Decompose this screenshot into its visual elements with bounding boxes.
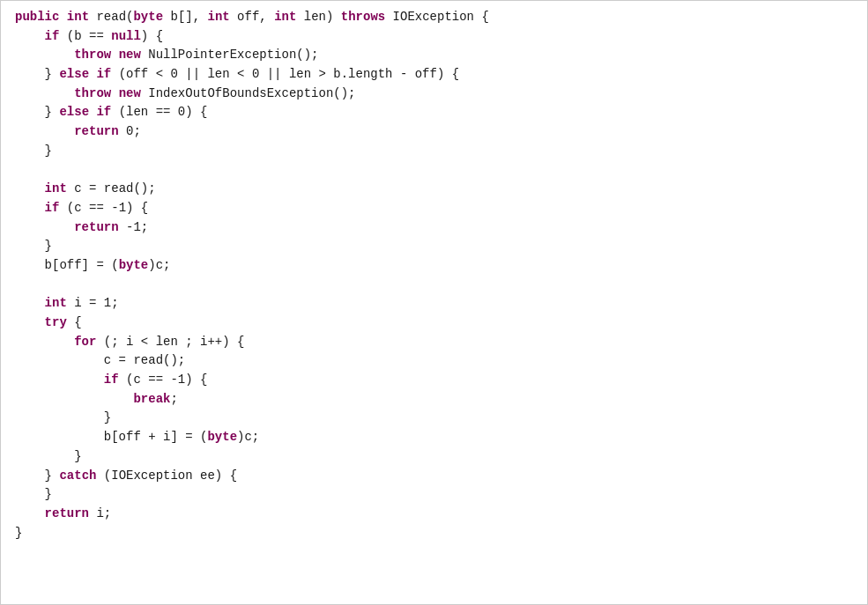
code-line-27: return i;: [15, 505, 853, 524]
code-line-22: }: [15, 409, 853, 428]
code-line-8: }: [15, 142, 853, 161]
code-block: public int read(byte b[], int off, int l…: [0, 0, 868, 605]
code-line-16: int i = 1;: [15, 294, 853, 314]
code-line-15: [15, 276, 853, 295]
code-line-25: } catch (IOException ee) {: [15, 467, 853, 486]
code-line-5: throw new IndexOutOfBoundsException();: [15, 85, 853, 104]
code-line-23: b[off + i] = (byte)c;: [15, 428, 853, 447]
code-line-12: return -1;: [15, 218, 853, 238]
code-line-21: break;: [15, 390, 853, 409]
code-line-11: if (c == -1) {: [15, 199, 853, 218]
code-line-20: if (c == -1) {: [15, 371, 853, 390]
code-line-13: }: [15, 237, 853, 256]
code-line-6: } else if (len == 0) {: [15, 103, 853, 122]
code-line-14: b[off] = (byte)c;: [15, 256, 853, 276]
code-line-17: try {: [15, 314, 853, 333]
code-line-9: [15, 161, 853, 181]
code-line-10: int c = read();: [15, 180, 853, 199]
code-line-24: }: [15, 447, 853, 467]
code-line-3: throw new NullPointerException();: [15, 46, 853, 65]
code-line-26: }: [15, 485, 853, 505]
code-line-7: return 0;: [15, 122, 853, 142]
code-line-19: c = read();: [15, 351, 853, 371]
code-line-2: if (b == null) {: [15, 27, 853, 47]
code-line-18: for (; i < len ; i++) {: [15, 333, 853, 352]
code-line-28: }: [15, 524, 853, 543]
code-line-1: public int read(byte b[], int off, int l…: [15, 8, 853, 27]
code-line-4: } else if (off < 0 || len < 0 || len > b…: [15, 65, 853, 85]
